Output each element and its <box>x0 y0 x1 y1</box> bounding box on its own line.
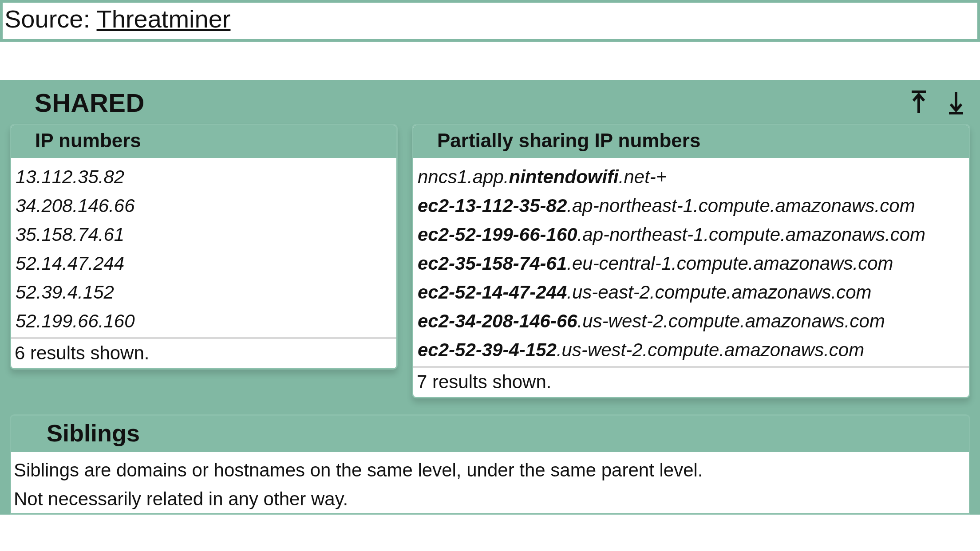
spacer <box>0 42 980 80</box>
ip-numbers-footer: 6 results shown. <box>11 338 396 368</box>
hostname-row[interactable]: ec2-13-112-35-82.ap-northeast-1.compute.… <box>418 191 964 220</box>
source-link[interactable]: Threatminer <box>97 5 231 33</box>
source-label: Source: <box>4 5 97 33</box>
siblings-desc-2: Not necessarily related in any other way… <box>14 484 964 513</box>
ip-row[interactable]: 13.112.35.82 <box>16 162 392 191</box>
partial-ip-panel: Partially sharing IP numbers nncs1.app.n… <box>412 124 970 399</box>
partial-ip-title: Partially sharing IP numbers <box>413 125 969 158</box>
hostname-row[interactable]: ec2-52-199-66-160.ap-northeast-1.compute… <box>418 220 964 249</box>
collapse-up-icon[interactable] <box>910 90 928 115</box>
ip-numbers-panel: IP numbers 13.112.35.8234.208.146.6635.1… <box>10 124 398 370</box>
sort-arrows <box>910 90 968 115</box>
siblings-desc-1: Siblings are domains or hostnames on the… <box>14 456 964 484</box>
hostname-row[interactable]: ec2-52-14-47-244.us-east-2.compute.amazo… <box>418 278 964 307</box>
siblings-title: Siblings <box>10 414 970 452</box>
hostname-row[interactable]: ec2-34-208-146-66.us-west-2.compute.amaz… <box>418 307 964 335</box>
partial-ip-body: nncs1.app.nintendowifi.net-+ec2-13-112-3… <box>413 158 969 367</box>
panels-row: IP numbers 13.112.35.8234.208.146.6635.1… <box>0 124 980 415</box>
ip-numbers-body: 13.112.35.8234.208.146.6635.158.74.6152.… <box>11 158 396 338</box>
hostname-row[interactable]: ec2-52-39-4-152.us-west-2.compute.amazon… <box>418 335 964 364</box>
ip-row[interactable]: 52.39.4.152 <box>16 278 392 307</box>
source-bar: Source: Threatminer <box>3 3 977 39</box>
ip-row[interactable]: 34.208.146.66 <box>16 191 392 220</box>
hostname-row[interactable]: ec2-35-158-74-61.eu-central-1.compute.am… <box>418 249 964 278</box>
ip-row[interactable]: 52.14.47.244 <box>16 249 392 278</box>
ip-numbers-title: IP numbers <box>11 125 396 158</box>
source-bar-outer: Source: Threatminer <box>0 0 980 42</box>
ip-row[interactable]: 35.158.74.61 <box>16 220 392 249</box>
ip-row[interactable]: 52.199.66.160 <box>16 307 392 335</box>
partial-ip-footer: 7 results shown. <box>413 367 969 397</box>
siblings-body: Siblings are domains or hostnames on the… <box>10 452 970 515</box>
expand-down-icon[interactable] <box>947 90 965 115</box>
shared-title: SHARED <box>35 88 145 118</box>
shared-section: SHARED IP numbers 13.112.35.8234.208.146… <box>0 80 980 515</box>
shared-header-row: SHARED <box>0 80 980 124</box>
hostname-row[interactable]: nncs1.app.nintendowifi.net-+ <box>418 162 964 191</box>
